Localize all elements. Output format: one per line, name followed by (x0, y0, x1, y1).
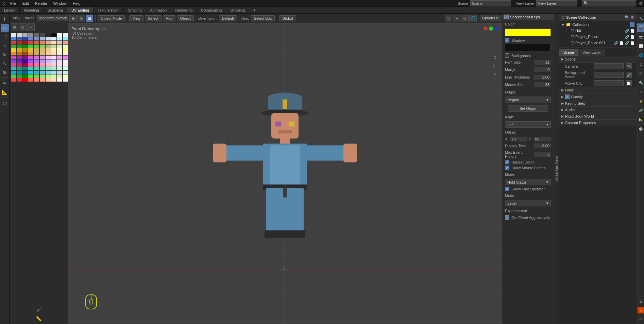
palette-cell[interactable] (17, 56, 22, 59)
prop-icon-view[interactable]: 🔧 (637, 14, 644, 23)
palette-cell[interactable] (51, 48, 56, 52)
palette-cell[interactable] (22, 74, 28, 78)
get-event-checkbox[interactable] (505, 215, 509, 220)
add-workspace-button[interactable]: + (249, 7, 260, 13)
display-time-input[interactable] (534, 143, 551, 148)
palette-cell[interactable] (28, 59, 33, 63)
palette-cell[interactable] (22, 59, 28, 63)
prop-icon-particles[interactable]: ✦ (637, 88, 644, 97)
palette-cell[interactable] (28, 63, 33, 67)
set-origin-button[interactable]: Set Origin (508, 105, 548, 112)
palette-cell[interactable] (11, 48, 16, 52)
palette-cell[interactable] (11, 45, 16, 48)
viewport-nav2[interactable]: ⊙ (78, 15, 85, 22)
palette-cell[interactable] (46, 52, 51, 55)
prop-icon-view2[interactable]: 🌐 (637, 51, 644, 60)
align-dropdown-container[interactable]: Left ▾ (502, 121, 554, 129)
shading-wire[interactable]: ⬡ (445, 15, 452, 22)
palette-cell[interactable] (34, 37, 39, 40)
shadow-color-container[interactable] (502, 43, 554, 53)
tool-move[interactable]: ↔ (1, 24, 9, 32)
prop-icon-data[interactable]: 📐 (637, 115, 644, 124)
palette-cell[interactable] (28, 67, 33, 70)
palette-cell[interactable] (40, 71, 45, 74)
scene-section-toggle[interactable]: ▶ Scene (559, 56, 637, 63)
nav-gizmo[interactable] (478, 32, 498, 52)
viewport-nav1[interactable]: ⊕ (69, 15, 77, 22)
palette-cell[interactable] (17, 78, 22, 82)
palette-cell[interactable] (11, 78, 16, 82)
menu-help[interactable]: Help (70, 1, 83, 6)
show-last-operator-checkbox[interactable] (505, 187, 509, 191)
palette-cell[interactable] (40, 41, 45, 44)
palette-cell[interactable] (46, 63, 51, 67)
palette-cell[interactable] (46, 33, 51, 37)
mouse-size-input[interactable] (534, 82, 551, 87)
palette-cell[interactable] (63, 37, 68, 40)
palette-cell[interactable] (57, 71, 62, 74)
palette-cell[interactable] (22, 78, 28, 82)
tool-transform[interactable]: ⊕ (1, 68, 9, 76)
player-police-001-data-icon[interactable]: 📄 (620, 41, 624, 45)
filter-icon[interactable]: ⚙ (639, 1, 643, 6)
mouse-mode-dropdown-container[interactable]: Hold Status ▾ (502, 178, 554, 186)
player-police-data-icon[interactable]: 📄 (630, 35, 634, 39)
palette-cell[interactable] (34, 52, 39, 55)
palette-cell[interactable] (63, 63, 68, 67)
palette-cell[interactable] (34, 48, 39, 52)
tab-scripting[interactable]: Scripting (226, 7, 249, 13)
menu-window[interactable]: Window (51, 1, 69, 6)
palette-cell[interactable] (11, 71, 16, 74)
background-checkbox[interactable] (505, 53, 509, 58)
origin-dropdown[interactable]: Region ▾ (505, 97, 551, 103)
palette-cell[interactable] (40, 45, 45, 48)
origin-dropdown-container[interactable]: Region ▾ (502, 96, 554, 104)
select-menu-btn[interactable]: Select (145, 15, 162, 21)
scene-collection-search[interactable]: 🔍 (624, 15, 630, 20)
line-thickness-input[interactable] (534, 75, 551, 80)
audio-section-toggle[interactable]: ▶ Audio (559, 107, 637, 113)
units-section-toggle[interactable]: ▶ Units (559, 87, 637, 93)
palette-cell[interactable] (28, 48, 33, 52)
prop-icon-scene[interactable]: 🎬 (637, 23, 644, 32)
dot-red[interactable] (484, 27, 488, 31)
gravity-section-toggle[interactable]: ▶ Gravity (559, 93, 637, 100)
prop-icon-output[interactable]: 📊 (637, 42, 644, 51)
prop-icon-world[interactable]: ⊙ (637, 60, 644, 69)
player-police-001-item[interactable]: ▽ Player_Police.001 🔗 📄 🔗 📄 (559, 40, 637, 46)
palette-cell[interactable] (28, 33, 33, 37)
palette-cell[interactable] (34, 78, 39, 82)
palette-cell[interactable] (40, 78, 45, 82)
camera-selector[interactable] (594, 63, 624, 69)
palette-cell[interactable] (40, 52, 45, 55)
palette-cell[interactable] (17, 67, 22, 70)
palette-cell[interactable] (28, 52, 33, 55)
margin-input[interactable] (534, 67, 551, 72)
hat-item[interactable]: ▽ Hat 🔗 📄 (559, 28, 637, 34)
palette-cell[interactable] (51, 45, 56, 48)
toggle-sidebar[interactable]: ≡ (491, 70, 498, 78)
operator-mode-dropdown[interactable]: Label ▾ (505, 200, 551, 206)
tool-lasso[interactable]: ○ (1, 41, 9, 50)
shading-render[interactable]: 🌐 (469, 15, 477, 22)
hat-data-icon[interactable]: 📄 (630, 29, 634, 33)
player-police-icon2[interactable]: 🔗 (625, 35, 629, 39)
palette-cell[interactable] (51, 41, 56, 44)
nav-pan[interactable]: ⊕ (11, 23, 18, 31)
hat-constraint-icon[interactable]: 🔗 (625, 29, 629, 33)
screencast-keys-vertical-label[interactable]: Screencast Keys (554, 14, 559, 324)
offset-y-input[interactable] (534, 137, 551, 141)
color-swatch[interactable] (505, 29, 551, 36)
palette-cell[interactable] (11, 37, 16, 40)
tool-misc1[interactable]: ⬡ (1, 99, 9, 107)
palette-cell[interactable] (63, 78, 68, 82)
palette-cell[interactable] (46, 48, 51, 52)
local-view[interactable]: ⬚ (491, 62, 498, 69)
offset-x-input[interactable] (510, 137, 527, 141)
palette-cell[interactable] (22, 63, 28, 67)
scene-tab[interactable]: Scene (559, 49, 578, 56)
palette-cell[interactable] (40, 67, 45, 70)
tool-select-box[interactable]: ⬚ (1, 33, 9, 41)
view-btn[interactable]: View (11, 16, 22, 21)
palette-cell[interactable] (57, 45, 62, 48)
